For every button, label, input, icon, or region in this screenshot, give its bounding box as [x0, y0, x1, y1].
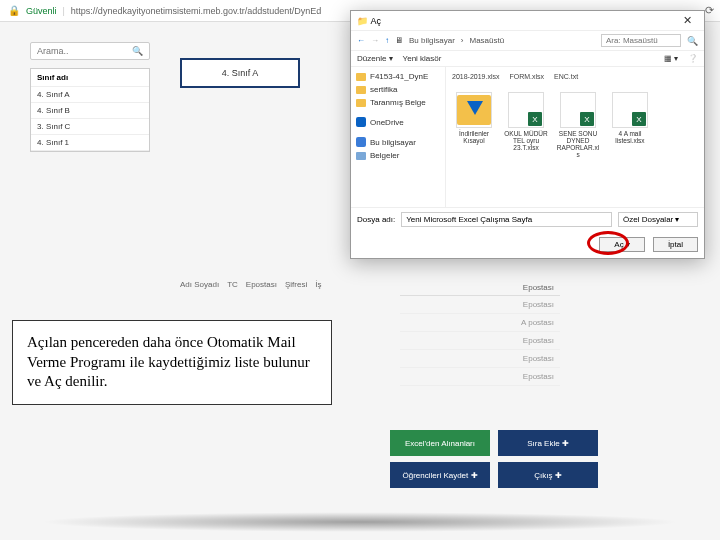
col-tc: TC — [227, 280, 238, 289]
dialog-search-input[interactable] — [601, 34, 681, 47]
table-row[interactable]: A postası — [400, 314, 560, 332]
cancel-button[interactable]: İptal — [653, 237, 698, 252]
list-item[interactable]: 4. Sınıf A — [31, 87, 149, 103]
btn-label: Sıra Ekle ✚ — [527, 439, 569, 448]
dialog-actions: Aç ▾ İptal — [351, 231, 704, 258]
small-file[interactable]: ENC.txt — [554, 73, 578, 80]
dialog-nav: ← → ↑ 🖥 Bu bilgisayar › Masaüstü 🔍 — [351, 31, 704, 51]
secure-label: Güvenli — [26, 6, 57, 16]
table-row[interactable]: Epostası — [400, 296, 560, 314]
file-item[interactable]: X 4 A mail listesi.xlsx — [608, 92, 652, 159]
small-file[interactable]: 2018-2019.xlsx — [452, 73, 499, 80]
sidebar-item[interactable]: Taranmış Belge — [354, 96, 442, 109]
left-panel: 🔍 Sınıf adı 4. Sınıf A 4. Sınıf B 3. Sın… — [30, 42, 150, 152]
sidebar-item[interactable]: sertifika — [354, 83, 442, 96]
callout-text: Açılan pencereden daha önce Otomatik Mai… — [27, 334, 310, 389]
col-email: Epostası — [246, 280, 277, 289]
file-label: OKUL MÜDÜR TEL oyru 23.T.xlsx — [504, 130, 548, 151]
sidebar-item-label: F4153-41_DynE — [370, 72, 428, 81]
url-separator: | — [63, 6, 65, 16]
students-table-header: Adı Soyadı TC Epostası Şifresi İş — [180, 280, 321, 289]
sidebar-item[interactable]: F4153-41_DynE — [354, 70, 442, 83]
organize-menu[interactable]: Düzenle ▾ — [357, 54, 393, 63]
file-item[interactable]: X SENE SONU DYNED RAPORLAR.xls — [556, 92, 600, 159]
up-icon[interactable]: ↑ — [385, 36, 389, 45]
search-icon[interactable]: 🔍 — [132, 46, 143, 56]
breadcrumb[interactable]: Masaüstü — [469, 36, 504, 45]
breadcrumb[interactable]: Bu bilgisayar — [409, 36, 455, 45]
btn-label: İptal — [668, 240, 683, 249]
btn-label: Aç — [614, 240, 623, 249]
class-list: Sınıf adı 4. Sınıf A 4. Sınıf B 3. Sınıf… — [30, 68, 150, 152]
selected-class-label: 4. Sınıf A — [222, 68, 259, 78]
filename-label: Dosya adı: — [357, 215, 395, 224]
pc-icon: 🖥 — [395, 36, 403, 45]
sidebar-item-label: sertifika — [370, 85, 398, 94]
folder-icon — [356, 73, 366, 81]
excel-file-icon: X — [612, 92, 648, 128]
chevron-down-icon: ▾ — [626, 240, 630, 249]
search-icon[interactable]: 🔍 — [687, 36, 698, 46]
file-row-small: 2018-2019.xlsx FORM.xlsx ENC.txt — [452, 73, 698, 84]
class-list-header: Sınıf adı — [31, 69, 149, 87]
view-icon[interactable]: ▦ ▾ — [664, 54, 678, 63]
selected-class-box[interactable]: 4. Sınıf A — [180, 58, 300, 88]
forward-icon[interactable]: → — [371, 36, 379, 45]
dialog-sidebar: F4153-41_DynE sertifika Taranmış Belge O… — [351, 67, 446, 207]
table-row[interactable]: Epostası — [400, 332, 560, 350]
open-button[interactable]: Aç ▾ — [599, 237, 645, 252]
help-icon[interactable]: ❔ — [688, 54, 698, 63]
email-col-header: Epostası — [400, 280, 560, 296]
email-column: Epostası Epostası A postası Epostası Epo… — [400, 280, 560, 386]
exit-button[interactable]: Çıkış ✚ — [498, 462, 598, 488]
btn-label: Excel'den Alınanları — [405, 439, 475, 448]
dialog-toolbar: Düzenle ▾ Yeni klasör ▦ ▾ ❔ — [351, 51, 704, 67]
filename-input[interactable] — [401, 212, 612, 227]
save-students-button[interactable]: Öğrencileri Kaydet ✚ — [390, 462, 490, 488]
table-row[interactable]: Epostası — [400, 368, 560, 386]
file-filter-select[interactable]: Özel Dosyalar ▾ — [618, 212, 698, 227]
documents-icon — [356, 152, 366, 160]
chevron-right-icon: › — [461, 36, 464, 45]
col-name: Adı Soyadı — [180, 280, 219, 289]
search-input[interactable] — [37, 46, 107, 56]
button-row-1: Excel'den Alınanları Sıra Ekle ✚ — [390, 430, 598, 456]
file-item-downloads[interactable]: İndirilenler Kısayol — [452, 92, 496, 159]
dialog-body: F4153-41_DynE sertifika Taranmış Belge O… — [351, 67, 704, 207]
small-file[interactable]: FORM.xlsx — [509, 73, 544, 80]
sidebar-item-thispc[interactable]: Bu bilgisayar — [354, 135, 442, 149]
url-text: https://dynedkayityonetimsistemi.meb.gov… — [71, 6, 321, 16]
dialog-title: Aç — [371, 16, 382, 26]
footer-shadow — [40, 512, 680, 532]
lock-icon: 🔒 — [8, 5, 20, 16]
add-row-button[interactable]: Sıra Ekle ✚ — [498, 430, 598, 456]
sidebar-item-onedrive[interactable]: OneDrive — [354, 115, 442, 129]
excel-file-icon: X — [560, 92, 596, 128]
col-pass: Şifresi — [285, 280, 307, 289]
dialog-file-area[interactable]: 2018-2019.xlsx FORM.xlsx ENC.txt İndiril… — [446, 67, 704, 207]
file-item[interactable]: X OKUL MÜDÜR TEL oyru 23.T.xlsx — [504, 92, 548, 159]
folder-icon — [356, 99, 366, 107]
sidebar-item-label: Taranmış Belge — [370, 98, 426, 107]
table-row[interactable]: Epostası — [400, 350, 560, 368]
btn-label: Çıkış ✚ — [534, 471, 561, 480]
file-label: SENE SONU DYNED RAPORLAR.xls — [556, 130, 600, 159]
folder-up-icon: 📁 — [357, 16, 368, 26]
back-icon[interactable]: ← — [357, 36, 365, 45]
list-item[interactable]: 3. Sınıf C — [31, 119, 149, 135]
pc-icon — [356, 137, 366, 147]
sidebar-item-label: Bu bilgisayar — [370, 138, 416, 147]
list-item[interactable]: 4. Sınıf B — [31, 103, 149, 119]
filter-label: Özel Dosyalar — [623, 215, 673, 224]
button-row-2: Öğrencileri Kaydet ✚ Çıkış ✚ — [390, 462, 598, 488]
list-item[interactable]: 4. Sınıf 1 — [31, 135, 149, 151]
folder-icon — [356, 86, 366, 94]
new-folder-button[interactable]: Yeni klasör — [403, 54, 442, 63]
close-icon[interactable]: ✕ — [677, 14, 698, 27]
excel-import-button[interactable]: Excel'den Alınanları — [390, 430, 490, 456]
download-folder-icon — [456, 92, 492, 128]
search-box[interactable]: 🔍 — [30, 42, 150, 60]
reload-icon[interactable]: ⟳ — [705, 4, 714, 17]
sidebar-item[interactable]: Belgeler — [354, 149, 442, 162]
sidebar-item-label: Belgeler — [370, 151, 399, 160]
